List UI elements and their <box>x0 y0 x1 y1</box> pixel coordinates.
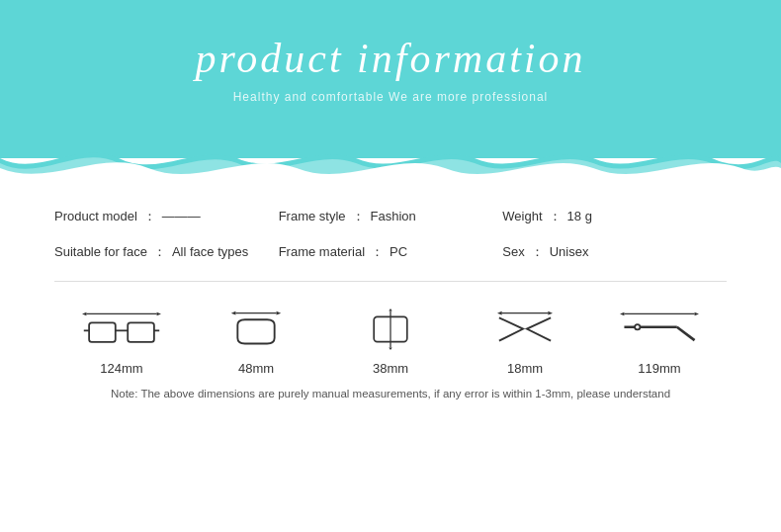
weight-label: Weight <box>502 209 542 223</box>
dim-icon-2 <box>217 307 296 351</box>
svg-marker-12 <box>389 309 391 311</box>
main-content: Product model ： ——— Frame style ： Fashio… <box>0 158 781 419</box>
model-label: Product model <box>54 209 137 223</box>
model-value: ——— <box>162 209 201 223</box>
dim-label-5: 119mm <box>638 361 680 376</box>
dim-icon-1 <box>82 307 161 351</box>
svg-marker-19 <box>620 311 624 315</box>
dim-label-3: 38mm <box>373 361 408 376</box>
weight-colon: ： <box>549 208 562 225</box>
frame-material-label: Frame material <box>279 244 365 259</box>
dimension-item-2: 48mm <box>217 307 296 376</box>
dim-label-1: 124mm <box>100 361 142 376</box>
frame-material-value: PC <box>390 244 407 259</box>
frame-style-info: Frame style ： Fashion <box>279 208 503 225</box>
svg-marker-13 <box>389 347 391 350</box>
svg-marker-17 <box>548 310 553 314</box>
sex-colon: ： <box>531 243 544 261</box>
sex-label: Sex <box>502 244 524 259</box>
model-info: Product model ： ——— <box>54 208 279 225</box>
sex-value: Unisex <box>550 244 589 259</box>
svg-line-22 <box>677 326 695 339</box>
header-subtitle: Healthy and comfortable We are more prof… <box>233 90 549 104</box>
dimension-item-5: 119mm <box>620 307 699 376</box>
dimensions-row: 124mm 48mm <box>54 307 727 376</box>
frame-material-colon: ： <box>371 243 384 261</box>
frame-style-colon: ： <box>352 208 365 225</box>
face-colon: ： <box>153 243 166 261</box>
dim-label-2: 48mm <box>238 361 274 376</box>
svg-rect-4 <box>128 322 154 342</box>
product-info-grid: Product model ： ——— Frame style ： Fashio… <box>54 208 727 261</box>
frame-style-value: Fashion <box>371 209 416 223</box>
svg-marker-9 <box>231 310 236 314</box>
svg-marker-10 <box>277 310 282 314</box>
svg-marker-16 <box>497 310 502 314</box>
weight-info: Weight ： 18 g <box>502 208 727 225</box>
svg-point-23 <box>635 324 640 329</box>
svg-rect-3 <box>89 322 116 342</box>
dim-icon-4 <box>485 307 564 351</box>
dim-label-4: 18mm <box>507 361 543 376</box>
page-title: product information <box>196 35 586 82</box>
dimension-item-3: 38mm <box>351 307 430 376</box>
dimension-item-1: 124mm <box>82 307 161 376</box>
model-colon: ： <box>143 208 156 225</box>
dim-icon-3 <box>351 307 430 351</box>
frame-material-info: Frame material ： PC <box>279 243 503 261</box>
note-text: Note: The above dimensions are purely ma… <box>54 388 727 399</box>
sex-info: Sex ： Unisex <box>502 243 727 261</box>
dimension-item-4: 18mm <box>485 307 564 376</box>
svg-marker-20 <box>695 311 699 315</box>
divider <box>54 281 727 282</box>
svg-marker-1 <box>82 311 86 315</box>
header-section: product information Healthy and comforta… <box>0 0 781 158</box>
wave-decoration <box>0 138 781 188</box>
face-label: Suitable for face <box>54 244 147 259</box>
dim-icon-5 <box>620 307 699 351</box>
face-value: All face types <box>172 244 248 259</box>
face-info: Suitable for face ： All face types <box>54 243 279 261</box>
svg-marker-2 <box>157 311 161 315</box>
weight-value: 18 g <box>567 209 592 223</box>
frame-style-label: Frame style <box>279 209 346 223</box>
